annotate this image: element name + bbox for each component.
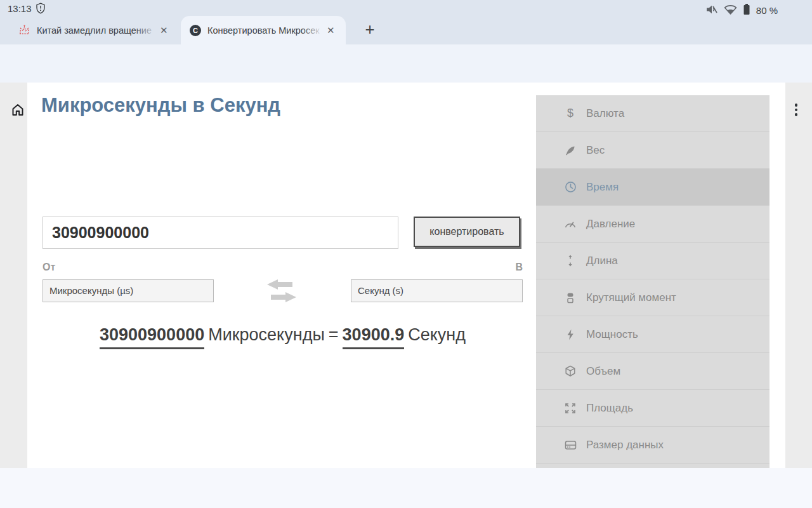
- convert-button[interactable]: конвертировать: [414, 217, 520, 247]
- to-label: В: [515, 262, 523, 273]
- sidebar-item-data-size[interactable]: Размер данных: [536, 427, 769, 464]
- sidebar-item-power[interactable]: Мощность: [536, 316, 769, 353]
- tab-title: Китай замедлил вращение: [37, 25, 156, 36]
- convertlive-icon: C: [190, 25, 201, 36]
- from-unit-select[interactable]: Микросекунды (µs): [43, 279, 214, 302]
- to-unit-select[interactable]: Секунд (s): [351, 279, 523, 302]
- volume-muted-icon: [705, 4, 718, 18]
- result-equals: =: [329, 325, 339, 344]
- browser-toolbar: convertlive.com/ru/u/конвертировать/микр…: [0, 44, 812, 83]
- conversion-result: 30900900000Микросекунды=30900.9Секунд: [43, 325, 523, 345]
- gauge-icon: [563, 219, 578, 229]
- result-value-from: 30900900000: [100, 325, 204, 349]
- page-title: Микросекунды в Секунд: [41, 94, 280, 117]
- disk-icon: [563, 440, 578, 450]
- tab-china-article[interactable]: Китай замедлил вращение ✕: [10, 16, 176, 44]
- sidebar-item-time[interactable]: Время: [536, 169, 769, 206]
- battery-icon: [743, 3, 750, 18]
- page-content: Микросекунды в Секунд конвертировать От …: [27, 83, 785, 468]
- expand-icon: [563, 403, 578, 414]
- dollar-icon: $: [563, 107, 578, 120]
- home-button[interactable]: [10, 102, 25, 117]
- shield-alert-icon: [35, 3, 46, 17]
- crown-red-icon: [18, 25, 30, 36]
- close-icon[interactable]: ✕: [327, 25, 335, 36]
- sidebar-item-length[interactable]: Длина: [536, 243, 769, 279]
- feather-icon: [563, 145, 578, 156]
- torque-icon: [563, 292, 578, 304]
- sidebar-item-torque[interactable]: Крутящий момент: [536, 279, 769, 316]
- sidebar-item-currency[interactable]: $ Валюта: [536, 95, 769, 132]
- from-to-labels: От В: [43, 262, 523, 273]
- status-icons: 80 %: [705, 3, 778, 18]
- wifi-icon: [724, 4, 737, 17]
- swap-arrows-icon[interactable]: [263, 277, 300, 307]
- sidebar-item-area[interactable]: Площадь: [536, 390, 769, 427]
- result-value-to: 30900.9: [343, 325, 405, 349]
- tab-title-fade: [301, 25, 323, 36]
- system-status-and-tab-strip: 13:13 80 % Китай замедлил вращение ✕ C К…: [0, 0, 812, 44]
- cube-icon: [563, 365, 578, 377]
- result-unit-to: Секунд: [408, 325, 466, 344]
- tab-title: Конвертировать Микросек: [207, 25, 323, 36]
- new-tab-button[interactable]: +: [360, 20, 379, 39]
- battery-percent-label: 80 %: [756, 5, 778, 16]
- result-unit-from: Микросекунды: [208, 325, 325, 344]
- category-sidebar: $ Валюта Вес Время Давление Длина: [536, 95, 769, 468]
- from-label: От: [43, 262, 55, 273]
- sidebar-item-weight[interactable]: Вес: [536, 132, 769, 169]
- value-input[interactable]: [43, 217, 398, 249]
- status-time: 13:13: [8, 3, 32, 14]
- clock-icon: [563, 181, 578, 193]
- tab-title-fade: [134, 25, 156, 36]
- menu-kebab-icon[interactable]: [789, 102, 804, 118]
- sidebar-item-volume[interactable]: Объем: [536, 353, 769, 390]
- android-nav-bar: [0, 468, 812, 508]
- tab-converter-active[interactable]: C Конвертировать Микросек ✕: [181, 16, 346, 44]
- close-icon[interactable]: ✕: [160, 25, 168, 36]
- arrows-vertical-icon: [563, 255, 578, 267]
- sidebar-item-pressure[interactable]: Давление: [536, 206, 769, 243]
- bolt-icon: [563, 329, 578, 340]
